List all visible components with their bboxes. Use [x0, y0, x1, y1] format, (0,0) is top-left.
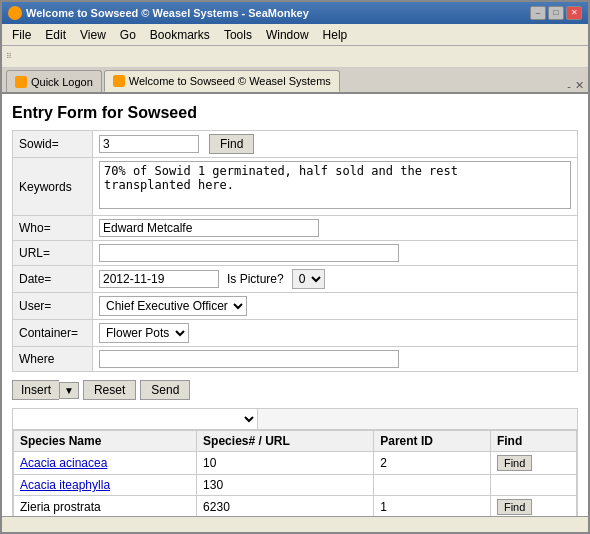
keywords-value-cell: 70% of Sowid 1 germinated, half sold and… [93, 158, 578, 216]
where-input[interactable] [99, 350, 399, 368]
date-row-inner: Is Picture? 0 1 [99, 269, 571, 289]
user-row: User= Chief Executive Officer [13, 293, 578, 320]
sowid-label: Sowid= [13, 131, 93, 158]
parent-id-cell [374, 475, 491, 496]
tab-icon-quick-logon [15, 76, 27, 88]
close-button[interactable]: ✕ [566, 6, 582, 20]
species-table-body: Acacia acinacea 10 2 Find Acacia iteaphy… [14, 452, 577, 517]
container-value-cell: Flower Pots [93, 320, 578, 347]
menu-tools[interactable]: Tools [218, 26, 258, 44]
species-num-cell: 130 [197, 475, 374, 496]
keywords-row: Keywords 70% of Sowid 1 germinated, half… [13, 158, 578, 216]
user-value-cell: Chief Executive Officer [93, 293, 578, 320]
keywords-label: Keywords [13, 158, 93, 216]
menu-go[interactable]: Go [114, 26, 142, 44]
keywords-textarea[interactable]: 70% of Sowid 1 germinated, half sold and… [99, 161, 571, 209]
status-bar [2, 516, 588, 532]
container-select[interactable]: Flower Pots [99, 323, 189, 343]
table-row: Acacia iteaphylla 130 [14, 475, 577, 496]
species-name-cell: Zieria prostrata [14, 496, 197, 517]
col-species-num: Species# / URL [197, 431, 374, 452]
tab-close-icon[interactable]: ✕ [575, 79, 584, 92]
maximize-button[interactable]: □ [548, 6, 564, 20]
menu-file[interactable]: File [6, 26, 37, 44]
date-row: Date= Is Picture? 0 1 [13, 266, 578, 293]
find-cell: Find [490, 452, 576, 475]
species-filter-select[interactable] [13, 409, 258, 429]
title-bar-controls: – □ ✕ [530, 6, 582, 20]
col-parent-id: Parent ID [374, 431, 491, 452]
date-value-cell: Is Picture? 0 1 [93, 266, 578, 293]
url-input[interactable] [99, 244, 399, 262]
insert-dropdown-arrow[interactable]: ▼ [59, 382, 79, 399]
title-bar: Welcome to Sowseed © Weasel Systems - Se… [2, 2, 588, 24]
user-select[interactable]: Chief Executive Officer [99, 296, 247, 316]
insert-group: Insert ▼ [12, 380, 79, 400]
is-picture-label: Is Picture? [227, 272, 284, 286]
species-link-acacia-acinacea[interactable]: Acacia acinacea [20, 456, 107, 470]
window-title: Welcome to Sowseed © Weasel Systems - Se… [26, 7, 309, 19]
who-label: Who= [13, 216, 93, 241]
species-header-row: Species Name Species# / URL Parent ID Fi… [14, 431, 577, 452]
tab-icon-sowseed [113, 75, 125, 87]
tab-quick-logon[interactable]: Quick Logon [6, 70, 102, 92]
species-table-header: Species Name Species# / URL Parent ID Fi… [14, 431, 577, 452]
species-name-cell: Acacia acinacea [14, 452, 197, 475]
find-cell [490, 475, 576, 496]
tab-sowseed[interactable]: Welcome to Sowseed © Weasel Systems [104, 70, 340, 92]
minimize-button[interactable]: – [530, 6, 546, 20]
sowid-row: Sowid= Find [13, 131, 578, 158]
insert-button[interactable]: Insert [12, 380, 59, 400]
who-row: Who= [13, 216, 578, 241]
parent-id-cell: 2 [374, 452, 491, 475]
table-row: Acacia acinacea 10 2 Find [14, 452, 577, 475]
tab-scroll-left[interactable]: - [567, 80, 571, 92]
url-label: URL= [13, 241, 93, 266]
toolbar-grip: ⠿ [6, 52, 12, 61]
who-input[interactable] [99, 219, 319, 237]
sowid-input[interactable] [99, 135, 199, 153]
action-bar: Insert ▼ Reset Send [12, 380, 578, 400]
title-bar-left: Welcome to Sowseed © Weasel Systems - Se… [8, 6, 309, 20]
date-input[interactable] [99, 270, 219, 288]
species-link-acacia-iteaphylla[interactable]: Acacia iteaphylla [20, 478, 110, 492]
table-row: Zieria prostrata 6230 1 Find [14, 496, 577, 517]
application-window: Welcome to Sowseed © Weasel Systems - Se… [0, 0, 590, 534]
species-num-cell: 6230 [197, 496, 374, 517]
send-button[interactable]: Send [140, 380, 190, 400]
species-section: Species Name Species# / URL Parent ID Fi… [12, 408, 578, 516]
content-area: Entry Form for Sowseed Sowid= Find Keywo… [2, 94, 588, 516]
menu-window[interactable]: Window [260, 26, 315, 44]
menu-bar: File Edit View Go Bookmarks Tools Window… [2, 24, 588, 46]
who-value-cell [93, 216, 578, 241]
menu-view[interactable]: View [74, 26, 112, 44]
container-label: Container= [13, 320, 93, 347]
toolbar: ⠿ [2, 46, 588, 68]
app-icon [8, 6, 22, 20]
reset-button[interactable]: Reset [83, 380, 136, 400]
sowid-find-button[interactable]: Find [209, 134, 254, 154]
tab-label-quick-logon: Quick Logon [31, 76, 93, 88]
find-button-row3[interactable]: Find [497, 499, 532, 515]
tab-label-sowseed: Welcome to Sowseed © Weasel Systems [129, 75, 331, 87]
url-value-cell [93, 241, 578, 266]
where-value-cell [93, 347, 578, 372]
find-cell: Find [490, 496, 576, 517]
date-label: Date= [13, 266, 93, 293]
col-find: Find [490, 431, 576, 452]
find-button-row1[interactable]: Find [497, 455, 532, 471]
where-label: Where [13, 347, 93, 372]
tab-bar: Quick Logon Welcome to Sowseed © Weasel … [2, 68, 588, 94]
species-filter-row [13, 409, 577, 430]
species-name-cell: Acacia iteaphylla [14, 475, 197, 496]
is-picture-select[interactable]: 0 1 [292, 269, 325, 289]
menu-help[interactable]: Help [317, 26, 354, 44]
page-title: Entry Form for Sowseed [12, 104, 578, 122]
parent-id-cell: 1 [374, 496, 491, 517]
user-label: User= [13, 293, 93, 320]
menu-bookmarks[interactable]: Bookmarks [144, 26, 216, 44]
menu-edit[interactable]: Edit [39, 26, 72, 44]
url-row: URL= [13, 241, 578, 266]
entry-form: Sowid= Find Keywords 70% of Sowid 1 germ… [12, 130, 578, 372]
where-row: Where [13, 347, 578, 372]
